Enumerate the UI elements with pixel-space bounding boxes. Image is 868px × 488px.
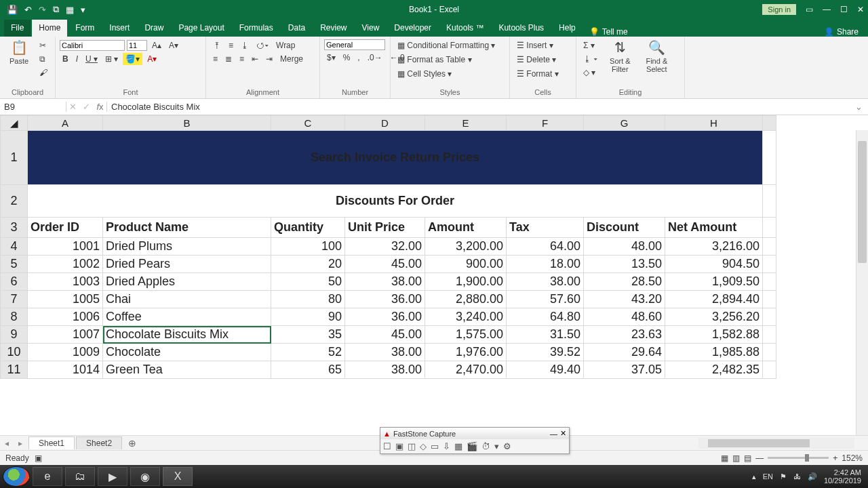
taskbar-excel-icon[interactable]: X: [163, 467, 193, 486]
taskbar-chrome-icon[interactable]: ◉: [130, 467, 160, 486]
tray-clock[interactable]: 2:42 AM 10/29/2019: [824, 468, 861, 485]
orientation-icon[interactable]: ⭯▾: [254, 39, 271, 52]
cancel-formula-icon[interactable]: ✕: [69, 102, 77, 112]
number-format-select[interactable]: [324, 39, 385, 50]
row-header[interactable]: 9: [1, 326, 28, 344]
col-header-E[interactable]: E: [425, 116, 507, 131]
name-box[interactable]: B9: [0, 102, 66, 112]
insert-cells-button[interactable]: ☰ Insert ▾: [514, 39, 556, 52]
header-unit-price[interactable]: Unit Price: [345, 218, 425, 238]
font-size-select[interactable]: [127, 40, 147, 51]
row-header-2[interactable]: 2: [1, 185, 28, 218]
row-header[interactable]: 8: [1, 308, 28, 326]
share-button[interactable]: 👤 Share: [824, 27, 859, 37]
fill-color-button[interactable]: 🪣▾: [123, 53, 142, 65]
tab-kutools-plus[interactable]: Kutools Plus: [492, 20, 551, 37]
tab-kutools[interactable]: Kutools ™: [439, 20, 490, 37]
taskbar-explorer-icon[interactable]: 🗂: [65, 467, 95, 486]
cell-styles-button[interactable]: ▦ Cell Styles ▾: [395, 68, 454, 80]
capture-fixed-icon[interactable]: ▦: [454, 441, 462, 451]
merge-button[interactable]: Merge: [277, 53, 306, 65]
system-tray[interactable]: ▴ EN ⚑ 🖧 🔊 2:42 AM 10/29/2019: [752, 468, 865, 485]
horizontal-scrollbar[interactable]: [698, 438, 854, 449]
tab-file[interactable]: File: [4, 20, 31, 37]
row-header-3[interactable]: 3: [1, 218, 28, 238]
sign-in-button[interactable]: Sign in: [762, 4, 796, 15]
capture-active-window-icon[interactable]: ☐: [383, 441, 391, 451]
header-amount[interactable]: Amount: [425, 218, 507, 238]
faststone-capture-window[interactable]: ▲ FastStone Capture — ✕ ☐ ▣ ◫ ◇ ▭ ⇩ ▦ 🎬 …: [380, 427, 570, 454]
header-net-amount[interactable]: Net Amount: [665, 218, 763, 238]
comma-format-icon[interactable]: ,: [355, 52, 362, 64]
tab-insert[interactable]: Insert: [102, 20, 136, 37]
autosum-icon[interactable]: Σ ▾: [580, 39, 600, 52]
tab-form[interactable]: Form: [68, 20, 101, 37]
copy-icon[interactable]: ⧉: [37, 53, 50, 65]
start-button[interactable]: [3, 466, 30, 487]
increase-indent-icon[interactable]: ⇥: [263, 53, 275, 65]
taskbar-ie-icon[interactable]: e: [33, 467, 62, 486]
row-header[interactable]: 6: [1, 273, 28, 291]
subtitle-cell[interactable]: Discounts For Order: [28, 185, 763, 218]
zoom-level[interactable]: 152%: [842, 453, 863, 463]
sheet-nav-next-icon[interactable]: ▸: [18, 439, 22, 448]
paste-button[interactable]: 📋 Paste: [4, 39, 34, 65]
decrease-font-icon[interactable]: A▾: [166, 39, 181, 52]
format-as-table-button[interactable]: ▦ Format as Table ▾: [395, 54, 475, 66]
tray-volume-icon[interactable]: 🔊: [808, 472, 817, 481]
capture-scrolling-icon[interactable]: ⇩: [443, 441, 450, 451]
col-header-D[interactable]: D: [345, 116, 425, 131]
faststone-output-icon[interactable]: ▾: [494, 441, 499, 451]
column-headers[interactable]: ◢ A B C D E F G H: [1, 116, 776, 131]
italic-button[interactable]: I: [73, 53, 81, 65]
maximize-icon[interactable]: ☐: [840, 5, 848, 14]
fx-icon[interactable]: fx: [96, 102, 103, 112]
row-header-1[interactable]: 1: [1, 131, 28, 185]
banner-title-cell[interactable]: Search Invoice Return Prices: [28, 131, 763, 185]
tray-network-icon[interactable]: 🖧: [793, 472, 801, 481]
tray-lang-indicator[interactable]: EN: [763, 472, 773, 481]
col-header-B[interactable]: B: [103, 116, 271, 131]
active-cell[interactable]: Chocolate Biscuits Mix: [103, 326, 271, 344]
underline-button[interactable]: U ▾: [83, 53, 100, 65]
tab-formulas[interactable]: Formulas: [233, 20, 280, 37]
tray-expand-icon[interactable]: ▴: [752, 472, 756, 481]
tab-home[interactable]: Home: [32, 20, 67, 37]
col-header-A[interactable]: A: [28, 116, 103, 131]
tab-help[interactable]: Help: [552, 20, 583, 37]
row-header[interactable]: 10: [1, 344, 28, 361]
percent-format-icon[interactable]: %: [340, 52, 353, 64]
add-sheet-button[interactable]: ⊕: [125, 438, 140, 449]
header-tax[interactable]: Tax: [507, 218, 584, 238]
faststone-settings-icon[interactable]: ⚙: [503, 441, 511, 451]
sheet-nav-prev-icon[interactable]: ◂: [5, 439, 9, 448]
find-select-button[interactable]: 🔍 Find & Select: [639, 39, 673, 73]
faststone-close-icon[interactable]: ✕: [560, 429, 566, 438]
macro-record-icon[interactable]: ▣: [35, 453, 42, 463]
align-right-icon[interactable]: ≡: [237, 53, 247, 65]
close-icon[interactable]: ✕: [857, 5, 864, 14]
align-top-icon[interactable]: ⭱: [210, 39, 224, 52]
conditional-formatting-button[interactable]: ▦ Conditional Formatting ▾: [395, 39, 498, 52]
align-left-icon[interactable]: ≡: [210, 53, 220, 65]
tab-data[interactable]: Data: [281, 20, 312, 37]
header-order-id[interactable]: Order ID: [28, 218, 103, 238]
vertical-scrollbar[interactable]: [856, 130, 868, 435]
col-header-H[interactable]: H: [665, 116, 763, 131]
sheet-tab-sheet1[interactable]: Sheet1: [28, 436, 75, 449]
sort-filter-button[interactable]: ⇅ Sort & Filter: [603, 39, 637, 73]
align-middle-icon[interactable]: ≡: [226, 39, 236, 52]
header-product-name[interactable]: Product Name: [103, 218, 271, 238]
undo-icon[interactable]: ↶: [24, 5, 32, 15]
view-page-break-icon[interactable]: ▤: [744, 453, 751, 463]
row-header[interactable]: 7: [1, 291, 28, 308]
accounting-format-icon[interactable]: $▾: [324, 52, 338, 64]
border-button[interactable]: ⊞ ▾: [102, 53, 121, 65]
table-icon[interactable]: ▦: [66, 5, 74, 15]
increase-font-icon[interactable]: A▴: [149, 39, 164, 52]
minimize-icon[interactable]: ―: [823, 5, 831, 14]
ribbon-display-icon[interactable]: ▭: [806, 5, 813, 14]
format-painter-icon[interactable]: 🖌: [37, 66, 50, 79]
formula-input[interactable]: Chocolate Biscuits Mix: [107, 102, 850, 112]
delete-cells-button[interactable]: ☰ Delete ▾: [514, 54, 559, 66]
